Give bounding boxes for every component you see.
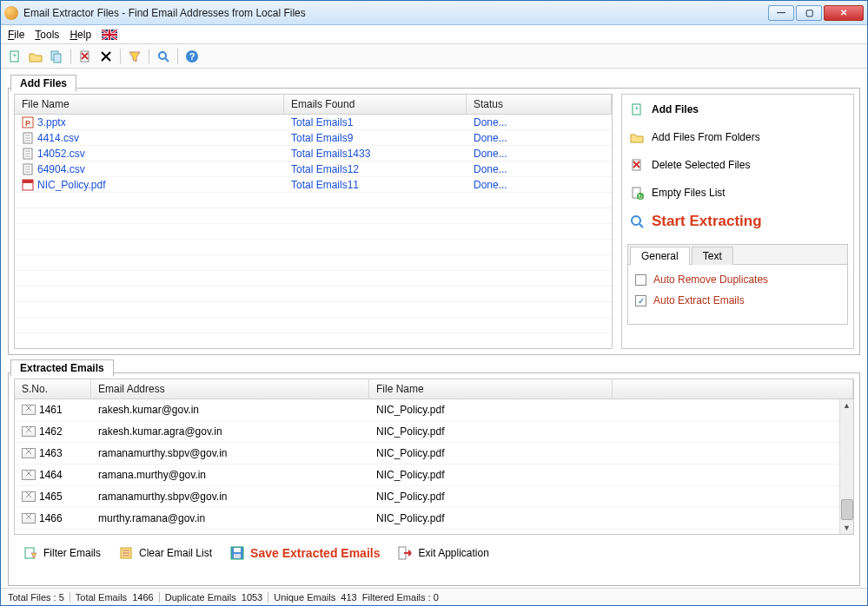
col-sno[interactable]: S.No. xyxy=(15,379,91,399)
file-type-icon: P xyxy=(22,116,34,128)
files-grid-header: File Name Emails Found Status xyxy=(15,95,612,115)
sno-cell: 1465 xyxy=(39,491,63,503)
tb-copy-icon[interactable] xyxy=(48,48,65,65)
tab-text[interactable]: Text xyxy=(692,247,733,265)
email-row[interactable]: 1462rakesh.kumar.agra@gov.inNIC_Policy.p… xyxy=(15,421,853,443)
file-name-cell: 14052.csv xyxy=(37,148,85,160)
settings-panel: General Text Auto Remove Duplicates ✓ Au… xyxy=(627,244,848,325)
content-area: Add Files File Name Emails Found Status … xyxy=(1,69,867,588)
col-spacer xyxy=(613,379,853,399)
action-delete-selected[interactable]: Delete Selected Files xyxy=(627,154,848,176)
file-row[interactable]: P3.pptxTotal Emails1Done... xyxy=(15,115,612,130)
exit-icon xyxy=(397,545,413,561)
col-email-address[interactable]: Email Address xyxy=(91,379,369,399)
menu-help[interactable]: Help xyxy=(70,29,91,41)
search-icon xyxy=(629,214,645,229)
email-row[interactable]: 1463ramanamurthy.sbpv@gov.inNIC_Policy.p… xyxy=(15,443,853,464)
svg-point-14 xyxy=(159,52,166,59)
status-unique-emails: Unique Emails 413 Filtered Emails : 0 xyxy=(274,592,444,603)
email-row[interactable]: 1465ramanamurthy.sbpv@gov.inNIC_Policy.p… xyxy=(15,486,853,508)
maximize-button[interactable]: ▢ xyxy=(796,5,822,21)
menu-tools[interactable]: Tools xyxy=(35,29,59,41)
svg-rect-8 xyxy=(54,54,61,63)
scroll-up-icon[interactable]: ▲ xyxy=(841,399,853,412)
email-file-cell: NIC_Policy.pdf xyxy=(369,490,613,504)
svg-rect-50 xyxy=(234,548,241,552)
file-row[interactable]: 64904.csvTotal Emails12Done... xyxy=(15,161,612,177)
svg-rect-51 xyxy=(234,554,241,558)
action-start-extracting[interactable]: Start Extracting xyxy=(627,209,848,234)
scroll-thumb[interactable] xyxy=(841,499,853,520)
email-file-cell: NIC_Policy.pdf xyxy=(369,511,613,525)
col-emails-found[interactable]: Emails Found xyxy=(284,95,467,114)
file-type-icon xyxy=(22,163,34,175)
tb-delete-file-icon[interactable] xyxy=(76,48,94,65)
tb-filter-icon[interactable] xyxy=(126,48,143,65)
clear-email-list-button[interactable]: Clear Email List xyxy=(113,543,217,563)
emails-found-cell: Total Emails12 xyxy=(284,162,467,176)
tb-help-icon[interactable]: ? xyxy=(183,48,201,65)
close-button[interactable]: ✕ xyxy=(824,5,864,21)
file-type-icon xyxy=(22,132,34,144)
checkbox-auto-extract-emails[interactable]: ✓ Auto Extract Emails xyxy=(635,294,840,306)
files-grid: File Name Emails Found Status P3.pptxTot… xyxy=(14,94,613,349)
scrollbar[interactable]: ▲ ▼ xyxy=(839,399,853,534)
sno-cell: 1463 xyxy=(39,447,63,459)
save-extracted-emails-button[interactable]: Save Extracted Emails xyxy=(224,543,385,563)
sno-cell: 1461 xyxy=(39,404,63,416)
menu-file[interactable]: File xyxy=(8,29,24,41)
status-total-files: Total Files : 5 xyxy=(8,592,70,603)
action-add-from-folders[interactable]: Add Files From Folders xyxy=(627,126,848,148)
tab-extracted-emails[interactable]: Extracted Emails xyxy=(10,359,114,377)
file-row-empty xyxy=(15,193,612,208)
tb-add-folder-icon[interactable] xyxy=(27,48,44,65)
minimize-button[interactable]: — xyxy=(768,5,794,21)
file-row-empty xyxy=(15,224,612,240)
svg-text:↻: ↻ xyxy=(638,194,643,200)
checkbox-auto-remove-duplicates[interactable]: Auto Remove Duplicates xyxy=(635,273,840,286)
scroll-down-icon[interactable]: ▼ xyxy=(841,522,853,534)
action-empty-list[interactable]: ↻ Empty Files List xyxy=(627,181,848,204)
checkbox-icon xyxy=(635,274,646,286)
col-file-name[interactable]: File Name xyxy=(15,95,284,114)
add-file-icon: + xyxy=(629,102,645,117)
sno-cell: 1462 xyxy=(39,425,63,438)
email-file-cell: NIC_Policy.pdf xyxy=(369,425,613,438)
file-row[interactable]: 14052.csvTotal Emails1433Done... xyxy=(15,146,612,161)
status-cell: Done... xyxy=(467,162,612,176)
col-email-file-name[interactable]: File Name xyxy=(369,379,613,399)
email-row[interactable]: 1464ramana.murthy@gov.inNIC_Policy.pdf xyxy=(15,464,853,486)
language-flag-icon[interactable] xyxy=(102,30,117,40)
tb-search-icon[interactable] xyxy=(155,48,172,65)
tb-add-file-icon[interactable]: + xyxy=(6,48,23,65)
delete-icon xyxy=(629,157,645,173)
tab-add-files[interactable]: Add Files xyxy=(10,75,76,92)
svg-rect-33 xyxy=(23,180,33,183)
col-status[interactable]: Status xyxy=(467,95,612,114)
mail-icon xyxy=(22,513,36,524)
file-row[interactable]: NIC_Policy.pdfTotal Emails11Done... xyxy=(15,177,612,193)
email-file-cell: NIC_Policy.pdf xyxy=(369,403,613,417)
file-row[interactable]: 4414.csvTotal Emails9Done... xyxy=(15,130,612,146)
sno-cell: 1466 xyxy=(39,512,63,524)
email-row[interactable]: 1466murthy.ramana@gov.inNIC_Policy.pdf xyxy=(15,508,853,530)
exit-application-button[interactable]: Exit Application xyxy=(392,543,494,563)
svg-text:+: + xyxy=(634,104,639,113)
filter-emails-button[interactable]: Filter Emails xyxy=(17,543,106,563)
action-panel: + Add Files Add Files From Folders Delet… xyxy=(621,94,854,349)
window-title: Email Extractor Files - Find Email Addre… xyxy=(23,7,768,19)
email-row[interactable]: 1461rakesh.kumar@gov.inNIC_Policy.pdf xyxy=(15,399,853,421)
file-name-cell: 3.pptx xyxy=(37,116,66,128)
mail-icon xyxy=(22,491,36,502)
status-cell: Done... xyxy=(467,147,612,161)
file-row-empty xyxy=(15,255,612,271)
folder-icon xyxy=(629,129,645,145)
files-grid-body[interactable]: P3.pptxTotal Emails1Done...4414.csvTotal… xyxy=(15,115,612,348)
emails-found-cell: Total Emails11 xyxy=(284,178,467,192)
mail-icon xyxy=(22,426,36,437)
save-icon xyxy=(229,545,245,561)
tb-clear-icon[interactable] xyxy=(97,48,115,65)
action-add-files[interactable]: + Add Files xyxy=(627,98,848,121)
tab-general[interactable]: General xyxy=(630,247,690,265)
emails-grid-body[interactable]: 1461rakesh.kumar@gov.inNIC_Policy.pdf146… xyxy=(15,399,853,530)
